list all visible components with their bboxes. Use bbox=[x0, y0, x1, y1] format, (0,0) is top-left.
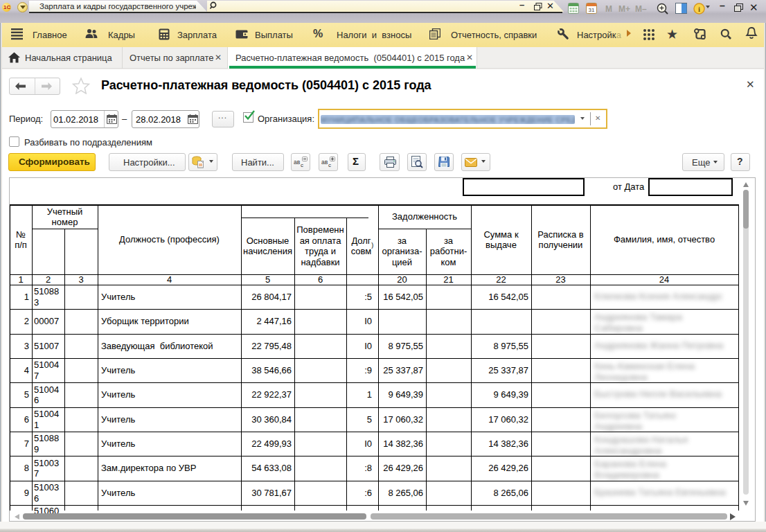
svg-text:ав: ав bbox=[294, 159, 301, 166]
svg-text:с: с bbox=[301, 162, 303, 168]
svg-text:с: с bbox=[328, 162, 331, 168]
svg-text:ав: ав bbox=[321, 159, 328, 166]
svg-text:i: i bbox=[698, 5, 700, 13]
svg-text:31: 31 bbox=[589, 7, 595, 13]
